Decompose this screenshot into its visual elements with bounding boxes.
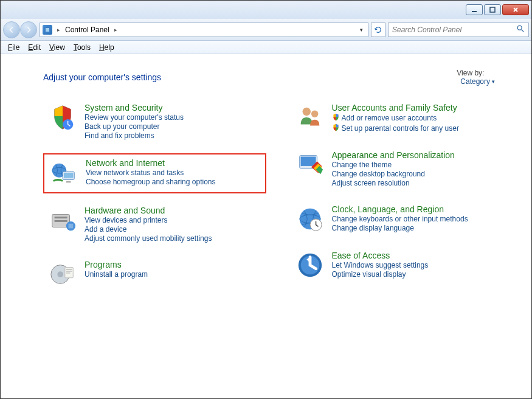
view-by-dropdown[interactable]: Category: [460, 77, 495, 86]
link-adjust-commonly-used-mobility-settings[interactable]: Adjust commonly used mobility settings: [85, 234, 212, 243]
link-change-desktop-background[interactable]: Change desktop background: [332, 170, 455, 178]
link-label: Change the theme: [332, 161, 392, 169]
link-add-or-remove-user-accounts[interactable]: Add or remove user accounts: [332, 113, 459, 123]
svg-rect-20: [66, 271, 72, 271]
svg-point-4: [517, 26, 522, 30]
menu-help[interactable]: Help: [95, 42, 118, 53]
category-title-appearance-and-personalization[interactable]: Appearance and Personalization: [332, 150, 455, 160]
svg-rect-12: [55, 217, 67, 218]
address-dropdown-icon[interactable]: ▾: [358, 27, 365, 33]
category-title-clock-language-and-region[interactable]: Clock, Language, and Region: [332, 204, 468, 214]
category-body: User Accounts and Family SafetyAdd or re…: [332, 103, 459, 133]
link-change-display-language[interactable]: Change display language: [332, 224, 468, 232]
link-label: Change desktop background: [332, 170, 425, 178]
system-and-security-icon[interactable]: [48, 103, 77, 132]
titlebar: [1, 1, 531, 19]
view-by: View by: Category: [457, 69, 495, 86]
category-body: Network and InternetView network status …: [86, 158, 215, 187]
breadcrumb-control-panel[interactable]: Control Panel: [65, 26, 109, 34]
link-label: Adjust screen resolution: [332, 179, 410, 187]
link-view-network-status-and-tasks[interactable]: View network status and tasks: [86, 168, 215, 177]
address-bar[interactable]: ▸ Control Panel ▸ ▾: [40, 23, 368, 37]
link-label: Back up your computer: [85, 122, 159, 131]
minimize-button[interactable]: [466, 4, 483, 15]
svg-rect-25: [300, 157, 316, 166]
link-change-the-theme[interactable]: Change the theme: [332, 161, 455, 169]
clock-language-and-region-icon[interactable]: [295, 204, 325, 234]
category-title-network-and-internet[interactable]: Network and Internet: [86, 158, 215, 168]
category-title-hardware-and-sound[interactable]: Hardware and Sound: [85, 206, 212, 215]
search-box[interactable]: [388, 23, 529, 37]
menu-edit[interactable]: Edit: [24, 42, 44, 53]
menu-view[interactable]: View: [46, 42, 69, 53]
link-label: Optimize visual display: [332, 270, 406, 279]
link-uninstall-a-program[interactable]: Uninstall a program: [85, 270, 148, 279]
svg-point-17: [57, 271, 63, 277]
link-change-keyboards-or-other-input-methods[interactable]: Change keyboards or other input methods: [332, 215, 468, 223]
link-label: Let Windows suggest settings: [332, 261, 429, 269]
category-title-ease-of-access[interactable]: Ease of Access: [332, 251, 429, 260]
forward-button[interactable]: [20, 21, 37, 38]
menu-tools[interactable]: Tools: [70, 42, 94, 53]
category-body: ProgramsUninstall a program: [85, 260, 148, 289]
refresh-button[interactable]: [371, 23, 385, 37]
breadcrumb-arrow-icon[interactable]: ▸: [114, 27, 117, 33]
user-accounts-and-family-safety-icon[interactable]: [295, 103, 325, 132]
view-by-label: View by:: [457, 69, 484, 77]
link-back-up-your-computer[interactable]: Back up your computer: [85, 122, 184, 131]
svg-point-22: [302, 108, 310, 116]
link-let-windows-suggest-settings[interactable]: Let Windows suggest settings: [332, 261, 429, 269]
link-adjust-screen-resolution[interactable]: Adjust screen resolution: [332, 179, 455, 187]
right-column: User Accounts and Family SafetyAdd or re…: [291, 99, 514, 294]
menu-file[interactable]: File: [4, 42, 23, 53]
programs-icon[interactable]: [48, 260, 77, 289]
breadcrumb-arrow-icon[interactable]: ▸: [57, 27, 60, 33]
link-find-and-fix-problems[interactable]: Find and fix problems: [85, 131, 184, 140]
category-ease-of-access: Ease of AccessLet Windows suggest settin…: [291, 247, 514, 285]
search-input[interactable]: [392, 26, 516, 34]
category-system-and-security: System and SecurityReview your computer'…: [43, 99, 266, 145]
link-label: Add a device: [85, 225, 126, 234]
ease-of-access-icon[interactable]: [295, 251, 325, 280]
search-icon[interactable]: [516, 24, 525, 35]
network-and-internet-icon[interactable]: [49, 158, 78, 187]
maximize-button[interactable]: [484, 4, 501, 15]
menubar: File Edit View Tools Help: [1, 41, 531, 54]
link-view-devices-and-printers[interactable]: View devices and printers: [85, 216, 212, 224]
link-set-up-parental-controls-for-any-user[interactable]: Set up parental controls for any user: [332, 123, 459, 133]
category-title-programs[interactable]: Programs: [85, 260, 148, 269]
svg-rect-19: [66, 269, 72, 269]
category-body: Appearance and PersonalizationChange the…: [332, 150, 455, 187]
uac-shield-icon: [332, 123, 340, 133]
link-label: Change keyboards or other input methods: [332, 215, 468, 223]
category-body: Ease of AccessLet Windows suggest settin…: [332, 251, 429, 280]
hardware-and-sound-icon[interactable]: [48, 206, 77, 235]
link-label: Review your computer's status: [85, 113, 184, 122]
svg-rect-15: [69, 224, 74, 229]
category-title-user-accounts-and-family-safety[interactable]: User Accounts and Family Safety: [332, 103, 459, 113]
uac-shield-icon: [332, 113, 340, 123]
category-programs: ProgramsUninstall a program: [43, 256, 266, 294]
svg-rect-21: [66, 272, 71, 273]
link-label: Set up parental controls for any user: [342, 124, 459, 133]
category-title-system-and-security[interactable]: System and Security: [85, 103, 184, 113]
category-appearance-and-personalization: Appearance and PersonalizationChange the…: [291, 147, 514, 192]
svg-rect-3: [46, 28, 49, 32]
content-area: Adjust your computer's settings View by:…: [1, 54, 531, 300]
back-button[interactable]: [3, 21, 20, 38]
svg-rect-13: [55, 220, 67, 222]
link-add-a-device[interactable]: Add a device: [85, 225, 212, 234]
link-choose-homegroup-and-sharing-options[interactable]: Choose homegroup and sharing options: [86, 178, 215, 186]
category-clock-language-and-region: Clock, Language, and RegionChange keyboa…: [291, 201, 514, 238]
control-panel-icon: [43, 25, 52, 35]
link-label: Add or remove user accounts: [342, 114, 437, 122]
link-review-your-computer-s-status[interactable]: Review your computer's status: [85, 113, 184, 122]
svg-rect-1: [490, 7, 495, 12]
close-button[interactable]: [502, 4, 529, 15]
appearance-and-personalization-icon[interactable]: [295, 150, 325, 179]
link-label: Adjust commonly used mobility settings: [85, 234, 212, 243]
page-title: Adjust your computer's settings: [43, 72, 161, 82]
link-label: Uninstall a program: [85, 270, 148, 279]
link-label: Find and fix problems: [85, 131, 154, 140]
link-optimize-visual-display[interactable]: Optimize visual display: [332, 270, 429, 279]
